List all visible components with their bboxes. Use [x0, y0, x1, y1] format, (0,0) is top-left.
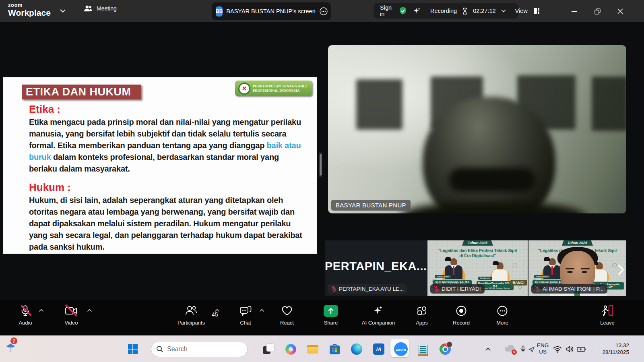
- window-close-button[interactable]: [614, 6, 626, 17]
- more-button[interactable]: More: [480, 304, 524, 326]
- volume-icon[interactable]: [563, 342, 576, 356]
- tab-more-options-icon[interactable]: [319, 7, 328, 16]
- view-layout-icon[interactable]: [533, 7, 540, 14]
- org-name-line1: PERKUMPULAN TENAGA AHLI: [253, 84, 307, 89]
- copilot-app-icon[interactable]: [284, 342, 297, 356]
- participant-tile-ahmad[interactable]: Tahun 2025 "Legalitas dan Etika Profesi …: [528, 240, 626, 296]
- hukum-paragraph: Hukum, di sisi lain, adalah seperangkat …: [29, 194, 308, 253]
- participant-tile-pertapin[interactable]: PERTAPIN_EKA... PERTAPIN_EKA AYU LE...: [325, 240, 427, 296]
- react-label: React: [280, 320, 294, 326]
- etika-heading: Etika :: [29, 103, 60, 116]
- apps-label: Apps: [416, 320, 428, 326]
- logo-workplace-text: Workplace: [8, 8, 51, 18]
- titlebar-status-group: Sign in Recording 02:27:12 View: [374, 3, 518, 19]
- share-label: Share: [324, 320, 338, 326]
- zoom-app-icon[interactable]: zoom: [394, 342, 408, 356]
- task-view-button[interactable]: [262, 342, 275, 356]
- wall-picture: [592, 77, 626, 131]
- ai-companion-button[interactable]: AI Companion: [356, 304, 400, 326]
- shared-screen-tab-label: BASYAR BUSTAN PNUP's screen: [226, 8, 315, 14]
- taskbar-clock[interactable]: 13.32 28/11/2025: [602, 342, 629, 356]
- clock-time: 13.32: [602, 342, 629, 349]
- windows-taskbar: 7 ☂ /A: [0, 335, 644, 362]
- chat-label: Chat: [240, 320, 251, 326]
- chat-button[interactable]: Chat: [223, 304, 268, 326]
- window-minimize-button[interactable]: [568, 6, 580, 17]
- timer-chevron-down-icon[interactable]: [501, 9, 506, 12]
- window-restore-button[interactable]: [591, 6, 603, 17]
- active-speaker-video[interactable]: BASYAR BUSTAN PNUP: [328, 45, 626, 213]
- tray-expand-chevron[interactable]: [481, 342, 495, 356]
- apps-button[interactable]: Apps: [400, 304, 444, 326]
- chat-options-chevron[interactable]: [259, 309, 264, 312]
- hukum-heading: Hukum :: [29, 181, 71, 194]
- speaker-shoulder: [400, 202, 586, 213]
- audio-button[interactable]: Audio: [3, 304, 47, 326]
- taskbar-search[interactable]: [151, 341, 248, 357]
- poster-badge: RANG!: [510, 280, 527, 285]
- chrome-app-icon[interactable]: [438, 342, 452, 356]
- participants-options-chevron[interactable]: [215, 309, 220, 312]
- share-screen-icon: [324, 305, 338, 317]
- audio-options-chevron[interactable]: [39, 309, 44, 312]
- slide-title-banner: ETIKA DAN HUKUM: [22, 85, 141, 99]
- microsoft-store-app-icon[interactable]: [328, 342, 341, 356]
- windows-start-button[interactable]: [126, 342, 140, 356]
- panel-resize-handle[interactable]: [319, 152, 322, 177]
- edge-browser-app-icon[interactable]: [350, 342, 363, 356]
- timer-hourglass-icon: [462, 8, 468, 14]
- participant-name-text: PERTAPIN_EKA AYU LE...: [339, 286, 404, 292]
- view-button-label[interactable]: View: [515, 8, 528, 14]
- meeting-people-icon: [84, 5, 93, 12]
- tab-meeting[interactable]: Meeting: [84, 5, 117, 12]
- record-icon: [455, 305, 467, 317]
- notepad-app-icon[interactable]: [416, 342, 430, 356]
- record-button[interactable]: Record: [439, 304, 483, 326]
- video-options-chevron[interactable]: [87, 309, 92, 312]
- share-button[interactable]: Share: [309, 304, 353, 326]
- leave-button[interactable]: Leave: [585, 304, 630, 326]
- org-name-line2: PROFESIONAL INDONESIA: [253, 89, 307, 93]
- slide-title: ETIKA DAN HUKUM: [26, 86, 131, 98]
- wifi-icon[interactable]: [551, 342, 564, 356]
- blue-a-app-icon[interactable]: /A: [372, 342, 386, 356]
- participant-name-text: DIDIT HERYADI: [442, 286, 481, 292]
- participant-name-text: AHMAD SYAHRONI | P...: [543, 286, 604, 292]
- tab-shared-screen[interactable]: BB BASYAR BUSTAN PNUP's screen: [212, 2, 331, 20]
- speaker-name-label: BASYAR BUSTAN PNUP: [331, 200, 411, 211]
- tile-display-name: PERTAPIN_EKA...: [325, 260, 427, 273]
- security-shield-icon[interactable]: [398, 6, 407, 15]
- recording-label[interactable]: Recording: [430, 8, 457, 14]
- file-explorer-app-icon[interactable]: [306, 342, 320, 356]
- organization-logo: ✕ PERKUMPULAN TENAGA AHLI PROFESIONAL IN…: [235, 81, 312, 96]
- zoom-workplace-logo: zoom Workplace: [8, 2, 51, 18]
- poster-title: "Legalitas dan Etika Profesi Teknik Sipi…: [429, 248, 526, 259]
- participant-name-label: AHMAD SYAHRONI | P...: [531, 284, 607, 294]
- poster-role1: Narasumber: [435, 275, 451, 278]
- battery-icon[interactable]: [575, 342, 588, 356]
- workspace-chevron-down-icon[interactable]: [60, 9, 66, 13]
- tray-mic-icon[interactable]: [518, 342, 527, 356]
- react-button[interactable]: React: [265, 304, 309, 326]
- language-indicator[interactable]: ENG US: [537, 342, 549, 355]
- participants-button[interactable]: 45 Participants: [169, 304, 213, 326]
- participant-tile-didit[interactable]: Tahun 2025 "Legalitas dan Etika Profesi …: [427, 240, 528, 296]
- onedrive-error-icon[interactable]: ✕: [503, 342, 517, 356]
- leave-label: Leave: [600, 320, 614, 326]
- video-button[interactable]: Video: [49, 304, 93, 326]
- chrome-profile-badge: [446, 341, 452, 348]
- search-input[interactable]: [167, 345, 231, 353]
- etika-paragraph: Etika mengacu pada prinsip moral dan nil…: [29, 116, 308, 175]
- participants-icon: [185, 305, 197, 316]
- speaker-silhouette: [423, 97, 555, 213]
- location-arrow-icon[interactable]: [526, 342, 536, 356]
- notification-badge: 7: [10, 337, 17, 344]
- gallery-next-page-button[interactable]: [615, 261, 627, 279]
- poster-role2: Moderator: [478, 277, 492, 280]
- ai-companion-icon: [372, 305, 384, 317]
- participants-count: 45: [212, 311, 218, 318]
- sign-in-button[interactable]: Sign in: [380, 4, 392, 17]
- record-label: Record: [453, 320, 470, 326]
- speaker-glasses: [449, 168, 535, 192]
- ai-sparkle-icon[interactable]: [413, 6, 421, 15]
